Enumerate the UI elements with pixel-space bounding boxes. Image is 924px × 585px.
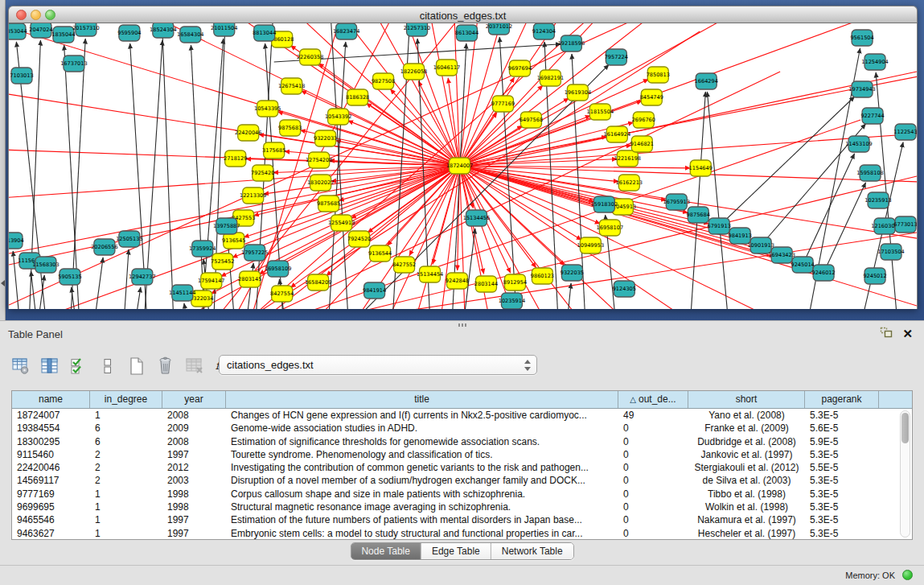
- graph-node[interactable]: 15134456: [463, 210, 490, 226]
- graph-node[interactable]: 9697694: [508, 60, 532, 76]
- table-row[interactable]: 946554611997Estimation of the future num…: [12, 513, 912, 526]
- graph-node[interactable]: 16795913: [663, 194, 690, 210]
- graph-node[interactable]: 21011504: [211, 23, 237, 36]
- graph-node[interactable]: 9827508: [372, 73, 395, 89]
- graph-node[interactable]: 17103504: [877, 244, 904, 260]
- graph-node[interactable]: 9595904: [117, 25, 141, 41]
- graph-node[interactable]: 18226058: [400, 64, 427, 80]
- graph-node[interactable]: 9322035: [561, 265, 584, 281]
- graph-node[interactable]: 12675418: [278, 78, 305, 94]
- graph-node[interactable]: 7850813: [647, 67, 670, 83]
- node-attribute-table[interactable]: namein_degreeyeartitle△out_de...shortpag…: [11, 390, 913, 540]
- graph-node[interactable]: 13975887: [213, 218, 240, 234]
- graph-node[interactable]: 15134454: [417, 266, 443, 282]
- graph-node[interactable]: 20371012: [486, 23, 512, 35]
- graph-node[interactable]: 18302027: [307, 175, 334, 191]
- graph-node[interactable]: 16958107: [597, 220, 623, 236]
- graph-node[interactable]: 19734943: [848, 81, 875, 97]
- graph-node[interactable]: 11254904: [861, 54, 888, 70]
- graph-node[interactable]: 7925420: [251, 165, 274, 181]
- graph-node[interactable]: 9561504: [850, 30, 873, 46]
- graph-node[interactable]: 9841914: [363, 282, 386, 299]
- show-column-icon[interactable]: [40, 356, 60, 376]
- delete-table-icon[interactable]: [185, 356, 204, 376]
- graph-node[interactable]: 9875683: [278, 120, 302, 136]
- graph-node[interactable]: 10235913: [864, 192, 891, 208]
- graph-node[interactable]: 6791913: [708, 218, 731, 234]
- graph-node[interactable]: 10543392: [325, 109, 351, 125]
- graph-node[interactable]: 7957224: [605, 49, 628, 65]
- network-window-titlebar[interactable]: citations_edges.txt: [8, 6, 918, 23]
- graph-node[interactable]: 2696760: [632, 112, 655, 128]
- graph-node[interactable]: 9322033: [314, 130, 337, 146]
- graph-node[interactable]: 12754208: [306, 152, 332, 168]
- graph-node[interactable]: 9124304: [532, 23, 556, 39]
- graph-node[interactable]: 12216198: [614, 150, 641, 167]
- graph-node[interactable]: 15958108: [856, 165, 883, 181]
- graph-node[interactable]: 8427552: [392, 257, 416, 273]
- table-row[interactable]: 1938455462009Genome-wide association stu…: [12, 422, 912, 435]
- graph-node[interactable]: 7924520: [347, 231, 371, 247]
- delete-column-icon[interactable]: [156, 356, 175, 376]
- column-header-in-degree[interactable]: in_degree: [90, 391, 162, 408]
- collapse-panel-arrow-icon[interactable]: [1, 280, 5, 286]
- graph-node[interactable]: 7103013: [10, 68, 33, 84]
- graph-node[interactable]: 9245014: [791, 257, 814, 273]
- graph-node[interactable]: 16046117: [433, 60, 460, 76]
- graph-node[interactable]: 9136544: [368, 245, 392, 262]
- graph-node[interactable]: 16982191: [537, 70, 564, 86]
- graph-node[interactable]: 1154649: [689, 160, 713, 176]
- graph-node[interactable]: 21257310: [404, 23, 430, 36]
- graph-node[interactable]: 18524304: [150, 23, 176, 38]
- column-header-title[interactable]: title: [226, 391, 618, 408]
- graph-node[interactable]: 8613044: [455, 25, 478, 41]
- column-header-year[interactable]: year: [162, 391, 226, 408]
- graph-node[interactable]: 10543395: [254, 101, 281, 117]
- graph-node[interactable]: 10235914: [499, 293, 525, 309]
- graph-node[interactable]: 6497568: [519, 112, 543, 128]
- graph-node[interactable]: 10949953: [577, 237, 604, 253]
- graph-node[interactable]: 3175685: [262, 142, 285, 159]
- graph-node[interactable]: 16737013: [60, 56, 87, 72]
- graph-node[interactable]: 17359924: [189, 241, 216, 257]
- graph-node[interactable]: 19218596: [558, 35, 585, 51]
- float-panel-icon[interactable]: [880, 327, 893, 341]
- graph-node[interactable]: 22260358: [297, 49, 323, 65]
- graph-node[interactable]: 20206556: [91, 239, 117, 255]
- graph-node[interactable]: 9227744: [860, 108, 884, 124]
- graph-node[interactable]: 1835044: [51, 27, 75, 43]
- graph-node[interactable]: 2803144: [474, 276, 498, 292]
- graph-node[interactable]: 1664294: [695, 73, 718, 89]
- graph-node[interactable]: 5905135: [58, 269, 81, 285]
- select-all-icon[interactable]: [69, 356, 88, 376]
- graph-node[interactable]: 9875684: [687, 207, 710, 223]
- graph-node[interactable]: 9124305: [613, 281, 636, 297]
- graph-node[interactable]: 16823474: [333, 23, 359, 39]
- network-view-canvas[interactable]: 1604611718226058982750881863281054339293…: [8, 23, 918, 309]
- graph-node[interactable]: 9246012: [811, 265, 835, 281]
- column-header-pagerank[interactable]: pagerank: [805, 391, 879, 408]
- graph-node[interactable]: 8912954: [503, 274, 527, 290]
- graph-node[interactable]: 11451144: [169, 285, 195, 301]
- graph-node[interactable]: 9313904: [9, 233, 24, 249]
- graph-node[interactable]: 10901913: [747, 237, 774, 253]
- graph-node[interactable]: 19619304: [565, 84, 591, 101]
- graph-node[interactable]: 12942737: [129, 269, 155, 285]
- graph-node[interactable]: 2718129: [224, 150, 247, 167]
- column-header-out-de-[interactable]: △out_de...: [618, 391, 688, 408]
- graph-node[interactable]: 8353044: [9, 23, 27, 39]
- table-row[interactable]: 2242004622012Investigating the contribut…: [12, 461, 912, 474]
- graph-node[interactable]: 11815504: [587, 104, 614, 120]
- graph-node[interactable]: 22420046: [235, 125, 261, 141]
- graph-node[interactable]: 9777169: [491, 96, 515, 112]
- graph-node[interactable]: 8186328: [346, 89, 369, 105]
- graph-node[interactable]: 11453109: [845, 136, 872, 152]
- graph-node[interactable]: 1122543: [893, 124, 917, 140]
- graph-node[interactable]: 9146821: [630, 136, 654, 152]
- table-row[interactable]: 1456911722003Disruption of a novel membe…: [12, 474, 912, 487]
- panel-resize-grip[interactable]: [458, 323, 466, 327]
- graph-node[interactable]: 9242848: [446, 273, 469, 289]
- graph-node[interactable]: 8813044: [253, 25, 276, 41]
- graph-node[interactable]: 20157310: [72, 23, 99, 36]
- table-row[interactable]: 1872400712008Changes of HCN gene express…: [12, 409, 912, 422]
